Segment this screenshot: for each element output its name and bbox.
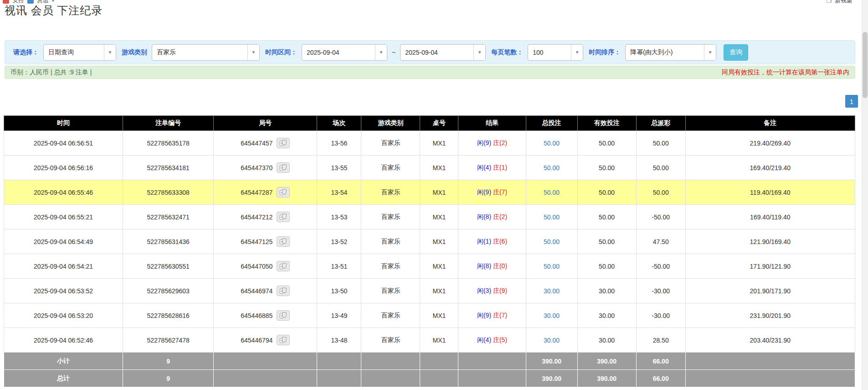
- date-from-value: 2025-09-04: [302, 49, 344, 56]
- total-bet-link[interactable]: 50.00: [544, 213, 560, 221]
- nav-section-icon: [27, 0, 34, 4]
- date-to-dropdown[interactable]: 2025-09-04 ▼: [400, 44, 486, 61]
- vertical-scrollbar[interactable]: [862, 0, 868, 390]
- cards-icon: [279, 189, 287, 196]
- table-row[interactable]: 2025-09-04 06:55:21522785632471645447212…: [4, 205, 855, 229]
- round-number: 645446885: [241, 312, 272, 319]
- select-type-dropdown[interactable]: 日期查询 ▼: [43, 44, 116, 61]
- cell-round: 645447287: [214, 180, 317, 205]
- subtotal-payout: 66.00: [636, 353, 685, 370]
- chevron-down-icon: ▾: [52, 0, 54, 3]
- cell-bet-id: 522785629603: [123, 279, 214, 303]
- column-header-bet-id: 注单编号: [123, 116, 214, 131]
- table-row[interactable]: 2025-09-04 06:54:21522785630551645447050…: [4, 254, 855, 279]
- cell-session: 13-49: [317, 303, 361, 328]
- result-banker: 庄(9): [493, 287, 507, 294]
- cell-note: 203.40/231.90: [685, 328, 855, 353]
- top-nav-new-window[interactable]: 新视窗: [835, 0, 853, 5]
- cell-game: 百家乐: [361, 205, 420, 229]
- app-logo-icon: [3, 0, 9, 4]
- cell-valid-bet: 50.00: [577, 156, 636, 180]
- column-header-time: 时间: [4, 116, 123, 131]
- cell-session: 13-55: [317, 156, 361, 180]
- cell-valid-bet: 50.00: [577, 180, 636, 205]
- game-result-button[interactable]: [277, 162, 290, 173]
- empty-cell: [214, 370, 317, 387]
- cell-total-bet: 50.00: [526, 254, 577, 279]
- game-result-button[interactable]: [277, 310, 290, 321]
- date-from-dropdown[interactable]: 2025-09-04 ▼: [302, 44, 387, 61]
- cell-time: 2025-09-04 06:53:20: [4, 303, 123, 328]
- table-row[interactable]: 2025-09-04 06:54:49522785631436645447125…: [4, 229, 855, 254]
- game-result-button[interactable]: [277, 286, 290, 296]
- cell-table: MX1: [420, 205, 458, 229]
- table-row[interactable]: 2025-09-04 06:52:46522785627478645446794…: [4, 328, 855, 353]
- total-bet-link[interactable]: 50.00: [544, 164, 560, 172]
- game-result-button[interactable]: [277, 138, 290, 148]
- subtotal-row: 小计 9 390.00 390.00 66.00: [4, 353, 855, 370]
- column-header-game: 游戏类别: [361, 116, 420, 131]
- column-header-round: 局号: [214, 116, 317, 131]
- table-row[interactable]: 2025-09-04 06:56:16522785634181645447370…: [4, 156, 855, 180]
- cell-note: 201.90/171.90: [685, 279, 855, 303]
- result-banker: 庄(0): [493, 262, 507, 270]
- top-nav-strip: 安控 营运 ▾ ❐ 新视窗: [0, 0, 868, 5]
- cell-session: 13-48: [317, 328, 361, 353]
- top-nav-item-operations[interactable]: 营运: [37, 0, 49, 5]
- cell-total-bet: 50.00: [526, 180, 577, 205]
- cell-bet-id: 522785634181: [123, 156, 214, 180]
- cell-game: 百家乐: [361, 328, 420, 353]
- round-number: 645447457: [241, 140, 272, 147]
- page-1-button[interactable]: 1: [845, 95, 858, 108]
- search-button[interactable]: 查询: [724, 44, 748, 61]
- cell-bet-id: 522785631436: [123, 229, 214, 254]
- total-bet-link[interactable]: 30.00: [544, 337, 560, 344]
- top-nav-item-security[interactable]: 安控: [12, 0, 24, 5]
- table-row[interactable]: 2025-09-04 06:56:51522785635178645447457…: [4, 131, 855, 156]
- filter-bar: 请选择： 日期查询 ▼ 游戏类别 百家乐 ▼ 时间区间： 2025-09-04 …: [5, 40, 855, 64]
- page-title-wrap: 视讯 会员 下注纪录: [5, 5, 868, 19]
- cell-table: MX1: [420, 279, 458, 303]
- cell-payout: -30.00: [636, 279, 685, 303]
- chevron-down-icon: ▼: [375, 45, 387, 60]
- cell-payout: -30.00: [636, 303, 685, 328]
- result-player: 闲(3): [477, 287, 491, 294]
- empty-cell: [458, 370, 526, 387]
- game-category-dropdown[interactable]: 百家乐 ▼: [152, 44, 260, 61]
- game-result-button[interactable]: [277, 335, 290, 345]
- table-row[interactable]: 2025-09-04 06:53:52522785629603645446974…: [4, 279, 855, 303]
- cell-game: 百家乐: [361, 180, 420, 205]
- select-type-value: 日期查询: [44, 48, 78, 57]
- cell-table: MX1: [420, 131, 458, 156]
- column-header-note: 备注: [685, 116, 855, 131]
- per-page-dropdown[interactable]: 100 ▼: [528, 44, 583, 61]
- cell-round: 645447125: [214, 229, 317, 254]
- total-bet-link[interactable]: 50.00: [544, 238, 560, 245]
- chevron-down-icon: ▼: [247, 45, 259, 60]
- total-payout: 66.00: [636, 370, 685, 387]
- total-bet-link[interactable]: 50.00: [544, 263, 560, 270]
- cards-icon: [279, 140, 287, 146]
- total-bet-link[interactable]: 50.00: [544, 140, 560, 147]
- sort-order-dropdown[interactable]: 降幂(由大到小) ▼: [625, 44, 716, 61]
- game-result-button[interactable]: [277, 212, 290, 222]
- page-title: 视讯 会员 下注纪录: [5, 5, 868, 18]
- cell-table: MX1: [420, 328, 458, 353]
- scrollbar-thumb[interactable]: [863, 32, 868, 98]
- cell-game: 百家乐: [361, 131, 420, 156]
- table-row[interactable]: 2025-09-04 06:55:46522785633308645447287…: [4, 180, 855, 205]
- total-label: 总计: [4, 370, 123, 387]
- total-bet-link[interactable]: 50.00: [544, 189, 560, 196]
- table-row[interactable]: 2025-09-04 06:53:20522785628616645446885…: [4, 303, 855, 328]
- game-result-button[interactable]: [277, 236, 290, 247]
- game-result-button[interactable]: [277, 187, 290, 198]
- chevron-down-icon: ▼: [571, 45, 583, 60]
- total-bet-link[interactable]: 30.00: [544, 287, 560, 295]
- cell-game: 百家乐: [361, 156, 420, 180]
- cell-game: 百家乐: [361, 229, 420, 254]
- cell-total-bet: 30.00: [526, 279, 577, 303]
- game-result-button[interactable]: [277, 261, 290, 271]
- cell-session: 13-50: [317, 279, 361, 303]
- cell-table: MX1: [420, 180, 458, 205]
- total-bet-link[interactable]: 30.00: [544, 312, 560, 319]
